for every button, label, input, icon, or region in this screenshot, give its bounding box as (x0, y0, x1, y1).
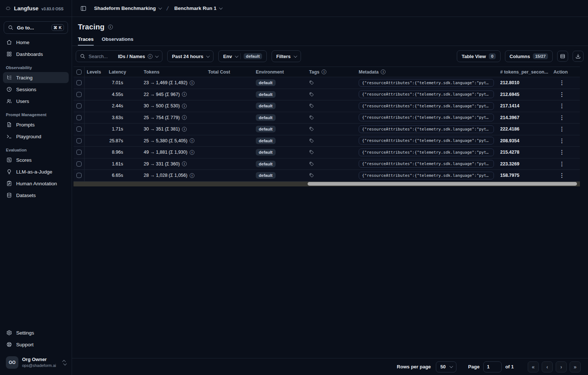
table-row[interactable]: 1.71s 30 → 351 (Σ 381) default {"resourc… (74, 124, 580, 135)
sidebar-item-playground[interactable]: Playground (3, 131, 69, 142)
prev-page-button[interactable]: ‹ (542, 361, 553, 372)
metadata-json[interactable]: {"resourceAttributes":{"telemetry.sdk.la… (359, 172, 494, 179)
env-filter-dropdown[interactable]: Env default (218, 50, 267, 62)
sidebar-item-llm-as-a-judge[interactable]: LLM-as-a-Judge (3, 166, 69, 177)
search-input[interactable] (89, 54, 115, 59)
sidebar-item-prompts[interactable]: Prompts (3, 119, 69, 130)
col-header-total-cost[interactable]: Total Cost (206, 69, 254, 75)
metadata-json[interactable]: {"resourceAttributes":{"telemetry.sdk.la… (359, 90, 494, 98)
row-actions-menu[interactable] (558, 148, 566, 156)
columns-button[interactable]: Columns 15/27 (505, 50, 553, 62)
tab-traces[interactable]: Traces (78, 36, 94, 46)
sidebar-item-tracing[interactable]: Tracing (3, 72, 69, 83)
metadata-json[interactable]: {"resourceAttributes":{"telemetry.sdk.la… (359, 149, 494, 156)
search-mode-dropdown[interactable]: IDs / Names (118, 54, 158, 59)
tags-cell[interactable] (307, 80, 356, 85)
row-checkbox[interactable] (76, 161, 82, 167)
sidebar-item-human-annotation[interactable]: Human Annotation (3, 178, 69, 189)
row-checkbox[interactable] (76, 115, 82, 120)
tags-cell[interactable] (307, 115, 356, 120)
metadata-json[interactable]: {"resourceAttributes":{"telemetry.sdk.la… (359, 102, 494, 110)
metadata-json[interactable]: {"resourceAttributes":{"telemetry.sdk.la… (359, 79, 494, 87)
rows-per-page-select[interactable]: 50 (436, 361, 456, 372)
metadata-json[interactable]: {"resourceAttributes":{"telemetry.sdk.la… (359, 137, 494, 144)
nav-section-label: Prompt Management (3, 107, 69, 119)
keyboard-shortcut: ⌘ K (51, 24, 64, 31)
page-number-input[interactable] (483, 361, 502, 372)
row-checkbox[interactable] (76, 173, 82, 178)
tokens-cell: 22 → 945 (Σ 967) (141, 92, 206, 97)
col-header-latency[interactable]: Latency (107, 69, 141, 75)
sidebar-item-datasets[interactable]: Datasets (3, 190, 69, 201)
sidebar-item-home[interactable]: Home (3, 37, 69, 48)
table-row[interactable]: 7.01s 23 → 1,469 (Σ 1,492) default {"res… (74, 77, 580, 89)
scrollbar-thumb[interactable] (308, 182, 577, 186)
breadcrumb-org[interactable]: Shadeform Benchmarking (94, 6, 161, 11)
horizontal-scrollbar[interactable] (74, 182, 580, 186)
row-checkbox[interactable] (76, 92, 82, 97)
tags-cell[interactable] (307, 103, 356, 108)
tags-cell[interactable] (307, 92, 356, 97)
row-actions-menu[interactable] (558, 160, 566, 168)
annotation-icon (6, 181, 12, 186)
metadata-json[interactable]: {"resourceAttributes":{"telemetry.sdk.la… (359, 114, 494, 121)
sidebar-item-dashboards[interactable]: Dashboards (3, 49, 69, 60)
col-header-metadata[interactable]: Metadata (356, 69, 498, 75)
row-actions-menu[interactable] (558, 79, 566, 87)
terminal-icon (6, 133, 12, 139)
col-header-tags[interactable]: Tags (307, 69, 356, 75)
tags-cell[interactable] (307, 161, 356, 167)
export-download-button[interactable] (573, 51, 584, 62)
row-actions-menu[interactable] (558, 125, 566, 133)
main: Shadeform Benchmarking / Benchmark Run 1… (72, 0, 588, 375)
row-actions-menu[interactable] (558, 137, 566, 145)
row-actions-menu[interactable] (558, 114, 566, 122)
select-all-checkbox[interactable] (76, 69, 82, 75)
col-header-tokens[interactable]: Tokens (141, 69, 206, 75)
row-checkbox[interactable] (76, 103, 82, 108)
sidebar-item-users[interactable]: Users (3, 96, 69, 107)
last-page-button[interactable]: » (570, 361, 581, 372)
table-row[interactable]: 3.63s 25 → 754 (Σ 779) default {"resourc… (74, 112, 580, 124)
chevron-up-down-icon (63, 360, 66, 365)
time-range-dropdown[interactable]: Past 24 hours (167, 50, 214, 62)
table-row[interactable]: 25.87s 25 → 5,380 (Σ 5,405) default {"re… (74, 135, 580, 147)
breadcrumb-project[interactable]: Benchmark Run 1 (174, 6, 222, 11)
sidebar-item-settings[interactable]: Settings (3, 327, 69, 338)
col-header-levels[interactable]: Levels (85, 69, 107, 75)
sidebar-item-sessions[interactable]: Sessions (3, 84, 69, 95)
table-row[interactable]: 4.55s 22 → 945 (Σ 967) default {"resourc… (74, 89, 580, 101)
row-checkbox[interactable] (76, 138, 82, 143)
metadata-json[interactable]: {"resourceAttributes":{"telemetry.sdk.la… (359, 160, 494, 168)
search-icon (80, 53, 86, 59)
row-height-button[interactable] (557, 51, 568, 62)
first-page-button[interactable]: « (528, 361, 539, 372)
traces-table: Levels Latency Tokens Total Cost Environ… (74, 67, 580, 186)
row-actions-menu[interactable] (558, 102, 566, 110)
row-checkbox[interactable] (76, 80, 82, 85)
sidebar-toggle-button[interactable] (78, 3, 89, 14)
row-actions-menu[interactable] (558, 90, 566, 99)
tags-cell[interactable] (307, 173, 356, 178)
col-header-environment[interactable]: Environment (254, 69, 307, 75)
sidebar-item-support[interactable]: Support (3, 339, 69, 350)
metadata-json[interactable]: {"resourceAttributes":{"telemetry.sdk.la… (359, 125, 494, 133)
table-row[interactable]: 8.96s 49 → 1,881 (Σ 1,930) default {"res… (74, 147, 580, 158)
sidebar-item-scores[interactable]: Scores (3, 154, 69, 165)
tags-cell[interactable] (307, 138, 356, 143)
user-menu[interactable]: OO Org Owner ops@shadeform.ai (4, 354, 68, 371)
table-row[interactable]: 2.44s 30 → 500 (Σ 530) default {"resourc… (74, 100, 580, 112)
col-header-tokens-per-second[interactable]: # tokens_per_secon... (498, 69, 551, 75)
table-row[interactable]: 1.61s 29 → 331 (Σ 360) default {"resourc… (74, 158, 580, 170)
row-actions-menu[interactable] (558, 171, 566, 179)
table-row[interactable]: 6.65s 28 → 1,028 (Σ 1,056) default {"res… (74, 170, 580, 182)
tags-cell[interactable] (307, 150, 356, 155)
next-page-button[interactable]: › (556, 361, 567, 372)
table-view-button[interactable]: Table View 0 (457, 50, 500, 62)
row-checkbox[interactable] (76, 150, 82, 155)
tags-cell[interactable] (307, 126, 356, 132)
row-checkbox[interactable] (76, 126, 82, 132)
goto-search-button[interactable]: Go to... ⌘ K (4, 21, 68, 34)
filters-dropdown[interactable]: Filters (272, 50, 301, 62)
tab-observations[interactable]: Observations (102, 36, 133, 46)
